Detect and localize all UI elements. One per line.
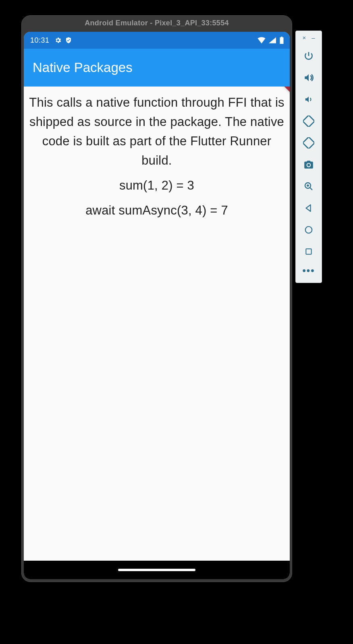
emulator-toolbar: × – ••• <box>295 31 322 283</box>
emulator-close-button[interactable]: × <box>302 34 306 41</box>
screenshot-button[interactable] <box>300 154 317 175</box>
app-body: This calls a native function through FFI… <box>24 87 290 561</box>
back-button[interactable] <box>300 197 317 219</box>
home-button[interactable] <box>300 219 317 241</box>
status-bar-left: 10:31 <box>30 36 72 45</box>
svg-rect-4 <box>306 249 311 254</box>
volume-up-button[interactable] <box>300 67 317 89</box>
svg-rect-1 <box>303 137 314 149</box>
svg-rect-0 <box>303 116 314 127</box>
power-button[interactable] <box>300 45 317 67</box>
body-result-sumasync: await sumAsync(3, 4) = 7 <box>29 201 285 220</box>
android-nav-bar <box>24 561 290 579</box>
volume-down-button[interactable] <box>300 89 317 110</box>
svg-point-3 <box>305 227 312 233</box>
emulator-window: Android Emulator - Pixel_3_API_33:5554 1… <box>21 15 292 582</box>
status-bar-right <box>257 37 284 44</box>
overview-button[interactable] <box>300 241 317 262</box>
body-result-sum: sum(1, 2) = 3 <box>29 176 285 195</box>
gear-icon <box>54 37 62 44</box>
status-bar-clock: 10:31 <box>30 36 50 45</box>
app-bar-title: Native Packages <box>33 60 133 75</box>
android-status-bar: 10:31 <box>24 32 290 49</box>
more-options-button[interactable]: ••• <box>302 262 315 279</box>
rotate-left-button[interactable] <box>300 110 317 132</box>
device-screen: 10:31 <box>24 32 290 579</box>
body-paragraph: This calls a native function through FFI… <box>29 93 285 170</box>
nav-gesture-handle[interactable] <box>118 569 195 571</box>
rotate-right-button[interactable] <box>300 132 317 154</box>
shield-icon <box>65 37 72 44</box>
emulator-titlebar: Android Emulator - Pixel_3_API_33:5554 <box>22 16 292 30</box>
battery-icon <box>279 37 284 44</box>
wifi-icon <box>257 37 266 43</box>
zoom-button[interactable] <box>300 175 317 197</box>
cell-signal-icon <box>269 37 276 43</box>
device-frame: 10:31 <box>24 32 290 579</box>
app-bar: Native Packages <box>24 49 290 87</box>
emulator-minimize-button[interactable]: – <box>311 34 315 41</box>
